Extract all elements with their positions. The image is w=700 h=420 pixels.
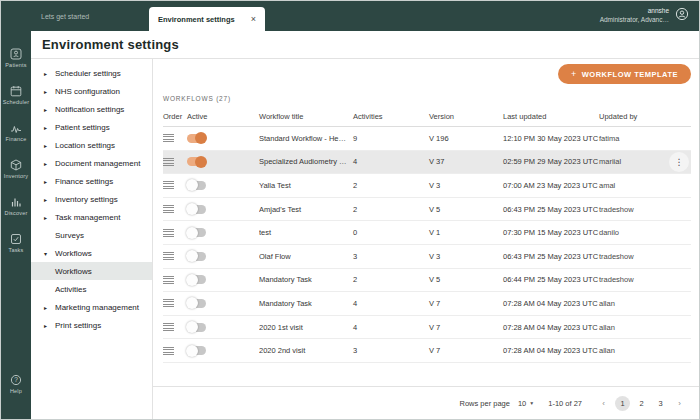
- active-toggle[interactable]: [187, 275, 206, 284]
- sidebar-item-finance[interactable]: Finance: [3, 122, 30, 142]
- rows-per-page-label: Rows per page: [459, 399, 509, 408]
- tree-item-task-management[interactable]: ▸Task management: [31, 208, 152, 226]
- page-button-3[interactable]: 3: [653, 396, 668, 411]
- table-row[interactable]: Olaf Flow3V 306:43 PM 25 May 2023 UTCtra…: [163, 245, 691, 269]
- add-workflow-template-button[interactable]: + WORKFLOW TEMPLATE: [558, 64, 691, 84]
- chevron-right-icon: ▸: [44, 106, 51, 113]
- left-nav-rail: PatientsSchedulerFinanceInventoryDiscove…: [1, 1, 31, 419]
- active-toggle[interactable]: [187, 181, 206, 190]
- version-cell: V 1: [429, 228, 503, 237]
- order-cell: [163, 229, 187, 237]
- page-button-2[interactable]: 2: [634, 396, 649, 411]
- drag-handle-icon[interactable]: [163, 299, 174, 307]
- prev-page-button[interactable]: ‹: [596, 396, 611, 411]
- tree-item-workflows[interactable]: Workflows: [31, 262, 152, 280]
- table-row[interactable]: Specialized Audiometry Test4V 3702:59 PM…: [163, 151, 691, 175]
- active-toggle[interactable]: [187, 157, 206, 166]
- close-icon[interactable]: ×: [251, 15, 256, 24]
- active-toggle[interactable]: [187, 205, 206, 214]
- active-toggle[interactable]: [187, 299, 206, 308]
- active-toggle[interactable]: [187, 346, 206, 355]
- toggle-knob: [186, 274, 198, 286]
- last-updated-cell: 06:43 PM 25 May 2023 UTC: [503, 205, 599, 214]
- table-row[interactable]: Mandatory Task4V 707:28 AM 04 May 2023 U…: [163, 292, 691, 316]
- active-toggle[interactable]: [187, 134, 206, 143]
- last-updated-cell: 06:44 PM 25 May 2023 UTC: [503, 275, 599, 284]
- tree-item-scheduler-settings[interactable]: ▸Scheduler settings: [31, 64, 152, 82]
- chevron-right-icon: ▸: [44, 142, 51, 149]
- active-cell: [187, 134, 259, 143]
- drag-handle-icon[interactable]: [163, 323, 174, 331]
- table-row[interactable]: test0V 107:30 PM 15 May 2023 UTCdanilo: [163, 221, 691, 245]
- table-row[interactable]: Yalla Test2V 307:00 AM 23 May 2023 UTCam…: [163, 174, 691, 198]
- tab-environment-settings[interactable]: Environment settings ×: [149, 7, 265, 31]
- tree-item-finance-settings[interactable]: ▸Finance settings: [31, 172, 152, 190]
- topbar: Lets get started Environment settings × …: [31, 1, 699, 31]
- column-header-order: Order: [163, 112, 187, 121]
- rows-per-page-value: 10: [518, 399, 526, 408]
- sidebar-item-discover[interactable]: Discover: [3, 196, 30, 216]
- drag-handle-icon[interactable]: [163, 276, 174, 284]
- last-updated-cell: 07:28 AM 04 May 2023 UTC: [503, 299, 599, 308]
- order-cell: [163, 276, 187, 284]
- tree-item-label: Location settings: [55, 141, 115, 150]
- table-row[interactable]: Standard Workflow - Hearin…9V 19612:10 P…: [163, 127, 691, 151]
- active-cell: [187, 205, 259, 214]
- updated-by-cell: tradeshow: [599, 252, 691, 261]
- drag-handle-icon[interactable]: [163, 229, 174, 237]
- tree-item-inventory-settings[interactable]: ▸Inventory settings: [31, 190, 152, 208]
- drag-handle-icon[interactable]: [163, 134, 174, 142]
- active-cell: [187, 275, 259, 284]
- sidebar-item-tasks[interactable]: Tasks: [3, 233, 30, 253]
- tab-lets-get-started[interactable]: Lets get started: [39, 1, 119, 31]
- drag-handle-icon[interactable]: [163, 347, 174, 355]
- last-updated-cell: 02:59 PM 29 May 2023 UTC: [503, 157, 599, 166]
- sidebar-item-patients[interactable]: Patients: [3, 48, 30, 68]
- app-window: PatientsSchedulerFinanceInventoryDiscove…: [0, 0, 700, 420]
- tree-item-nhs-configuration[interactable]: ▸NHS configuration: [31, 82, 152, 100]
- table-row[interactable]: Amjad's Test2V 506:43 PM 25 May 2023 UTC…: [163, 198, 691, 222]
- active-toggle[interactable]: [187, 252, 206, 261]
- column-header-activities: Activities: [353, 112, 429, 121]
- table-row[interactable]: Mandatory Task2V 506:44 PM 25 May 2023 U…: [163, 269, 691, 293]
- tree-item-document-management[interactable]: ▸Document management: [31, 154, 152, 172]
- active-toggle[interactable]: [187, 228, 206, 237]
- page-button-1[interactable]: 1: [615, 396, 630, 411]
- updated-by-cell: danilo: [599, 228, 691, 237]
- workflows-panel: + WORKFLOW TEMPLATE WORKFLOWS (27) Order…: [153, 59, 699, 419]
- tree-item-activities[interactable]: Activities: [31, 280, 152, 298]
- tree-item-location-settings[interactable]: ▸Location settings: [31, 136, 152, 154]
- row-actions-kebab-icon[interactable]: ⋮: [669, 152, 689, 172]
- drag-handle-icon[interactable]: [163, 158, 174, 166]
- active-cell: [187, 346, 259, 355]
- table-row[interactable]: 2020 1st visit4V 707:28 AM 04 May 2023 U…: [163, 316, 691, 340]
- version-cell: V 196: [429, 134, 503, 143]
- tree-item-marketing-management[interactable]: ▸Marketing management: [31, 298, 152, 316]
- tab-label: Environment settings: [158, 15, 235, 24]
- drag-handle-icon[interactable]: [163, 205, 174, 213]
- drag-handle-icon[interactable]: [163, 181, 174, 189]
- tree-item-print-settings[interactable]: ▸Print settings: [31, 316, 152, 334]
- workflow-title-cell: Olaf Flow: [259, 252, 353, 261]
- sidebar-item-help[interactable]: ? Help: [1, 374, 31, 394]
- tree-item-notification-settings[interactable]: ▸Notification settings: [31, 100, 152, 118]
- topbar-user[interactable]: annshe Administrator, Advanc…: [600, 1, 699, 31]
- tree-item-label: Workflows: [55, 249, 92, 258]
- avatar-icon[interactable]: [675, 7, 689, 25]
- table-row[interactable]: 2020 2nd visit3V 707:28 AM 04 May 2023 U…: [163, 339, 691, 363]
- tree-item-patient-settings[interactable]: ▸Patient settings: [31, 118, 152, 136]
- content-area: Environment settings ▸Scheduler settings…: [31, 31, 699, 419]
- active-cell: [187, 252, 259, 261]
- activities-cell: 2: [353, 181, 429, 190]
- help-icon: ?: [10, 374, 22, 386]
- rows-per-page-select[interactable]: 10 ▼: [518, 399, 534, 408]
- next-page-button[interactable]: ›: [672, 396, 687, 411]
- tree-item-workflows[interactable]: ▾Workflows: [31, 244, 152, 262]
- drag-handle-icon[interactable]: [163, 252, 174, 260]
- tree-item-surveys[interactable]: Surveys: [31, 226, 152, 244]
- sidebar-item-scheduler[interactable]: Scheduler: [3, 85, 30, 105]
- sidebar-item-inventory[interactable]: Inventory: [3, 159, 30, 179]
- active-toggle[interactable]: [187, 323, 206, 332]
- activities-cell: 3: [353, 252, 429, 261]
- last-updated-cell: 07:30 PM 15 May 2023 UTC: [503, 228, 599, 237]
